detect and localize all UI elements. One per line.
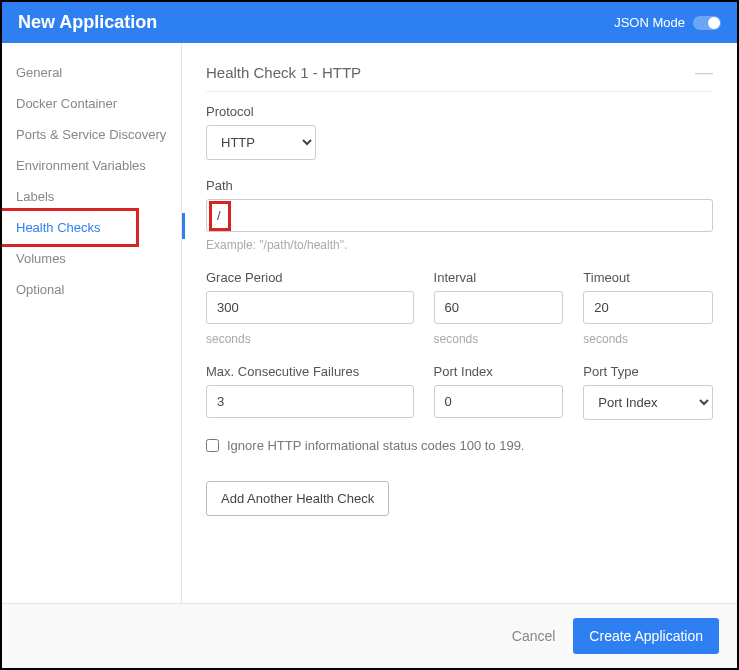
sidebar-item-label: Labels xyxy=(16,189,54,204)
timeout-field: Timeout seconds xyxy=(583,270,713,346)
path-help: Example: "/path/to/health". xyxy=(206,238,713,252)
grace-period-field: Grace Period seconds xyxy=(206,270,414,346)
sidebar-item-ports[interactable]: Ports & Service Discovery xyxy=(2,119,181,150)
section-title-text: Health Check 1 - HTTP xyxy=(206,64,361,81)
port-index-field: Port Index xyxy=(434,364,564,420)
collapse-icon[interactable]: — xyxy=(695,63,713,81)
path-input[interactable] xyxy=(206,199,713,232)
modal-footer: Cancel Create Application xyxy=(2,603,737,668)
ignore-informational-checkbox[interactable] xyxy=(206,439,219,452)
max-failures-input[interactable] xyxy=(206,385,414,418)
sidebar-item-labels[interactable]: Labels xyxy=(2,181,181,212)
port-index-input[interactable] xyxy=(434,385,564,418)
protocol-field: Protocol HTTP xyxy=(206,104,713,160)
protocol-select[interactable]: HTTP xyxy=(206,125,316,160)
sidebar-item-label: Environment Variables xyxy=(16,158,146,173)
path-field: Path Example: "/path/to/health". xyxy=(206,178,713,252)
sidebar-item-label: Docker Container xyxy=(16,96,117,111)
port-type-field: Port Type Port Index xyxy=(583,364,713,420)
ignore-informational-label: Ignore HTTP informational status codes 1… xyxy=(227,438,524,453)
interval-input[interactable] xyxy=(434,291,564,324)
interval-field: Interval seconds xyxy=(434,270,564,346)
sidebar-item-general[interactable]: General xyxy=(2,57,181,88)
active-tab-indicator xyxy=(182,213,185,239)
sidebar-item-env[interactable]: Environment Variables xyxy=(2,150,181,181)
sidebar-item-label: Optional xyxy=(16,282,64,297)
max-failures-label: Max. Consecutive Failures xyxy=(206,364,414,379)
ignore-informational-row[interactable]: Ignore HTTP informational status codes 1… xyxy=(206,438,713,453)
max-failures-field: Max. Consecutive Failures xyxy=(206,364,414,420)
section-header: Health Check 1 - HTTP — xyxy=(206,63,713,92)
timeout-label: Timeout xyxy=(583,270,713,285)
sidebar-item-label: Ports & Service Discovery xyxy=(16,127,166,142)
interval-unit: seconds xyxy=(434,332,564,346)
modal-header: New Application JSON Mode xyxy=(2,2,737,43)
grace-period-input[interactable] xyxy=(206,291,414,324)
sidebar: General Docker Container Ports & Service… xyxy=(2,43,182,603)
protocol-label: Protocol xyxy=(206,104,713,119)
sidebar-item-label: Volumes xyxy=(16,251,66,266)
sidebar-item-volumes[interactable]: Volumes xyxy=(2,243,181,274)
content-pane: Health Check 1 - HTTP — Protocol HTTP Pa… xyxy=(182,43,737,603)
cancel-button[interactable]: Cancel xyxy=(512,628,556,644)
create-application-button[interactable]: Create Application xyxy=(573,618,719,654)
grace-period-unit: seconds xyxy=(206,332,414,346)
add-health-check-button[interactable]: Add Another Health Check xyxy=(206,481,389,516)
modal-title: New Application xyxy=(18,12,157,33)
timeout-input[interactable] xyxy=(583,291,713,324)
interval-label: Interval xyxy=(434,270,564,285)
sidebar-item-label: Health Checks xyxy=(16,220,101,235)
toggle-switch-icon xyxy=(693,16,721,30)
sidebar-item-label: General xyxy=(16,65,62,80)
json-mode-toggle[interactable]: JSON Mode xyxy=(614,15,721,30)
grace-period-label: Grace Period xyxy=(206,270,414,285)
timeout-unit: seconds xyxy=(583,332,713,346)
path-label: Path xyxy=(206,178,713,193)
json-mode-label: JSON Mode xyxy=(614,15,685,30)
sidebar-item-docker[interactable]: Docker Container xyxy=(2,88,181,119)
port-type-label: Port Type xyxy=(583,364,713,379)
sidebar-item-optional[interactable]: Optional xyxy=(2,274,181,305)
port-index-label: Port Index xyxy=(434,364,564,379)
sidebar-item-health-checks[interactable]: Health Checks xyxy=(2,212,181,243)
port-type-select[interactable]: Port Index xyxy=(583,385,713,420)
